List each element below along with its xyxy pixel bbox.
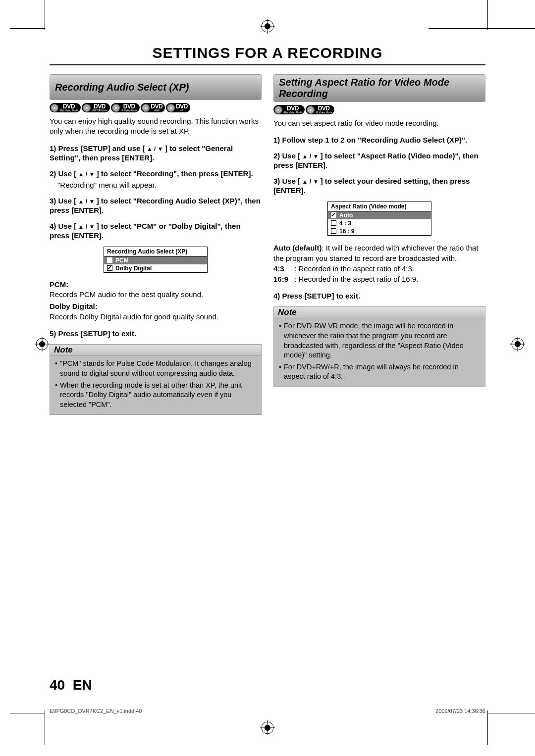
note-item: For DVD-RW VR mode, the image will be re… — [279, 321, 480, 360]
menu-title: Recording Audio Select (XP) — [104, 247, 207, 256]
disc-icon — [274, 106, 282, 114]
menu-option-dolby: Dolby Digital — [104, 264, 207, 272]
step-1: 1) Press [SETUP] and use [ ▲ / ▼ ] to se… — [50, 144, 262, 163]
badge-dvd-rw-vr: DVD-RW VR Mode — [82, 103, 110, 112]
disc-icon — [83, 104, 91, 112]
disc-icon — [307, 106, 315, 114]
registration-mark-icon — [260, 19, 275, 34]
step-2: 2) Use [ ▲ / ▼ ] to select "Recording", … — [50, 169, 262, 179]
step-4: 4) Press [SETUP] to exit. — [273, 291, 485, 301]
disc-icon — [142, 104, 150, 112]
up-down-arrow-icon: ▲ / ▼ — [145, 146, 165, 152]
menu-audio-select: Recording Audio Select (XP) PCM Dolby Di… — [104, 247, 208, 273]
intro-text: You can set aspect ratio for video mode … — [273, 118, 485, 128]
ratio-4-3-definition: 4:3 : Recorded in the aspect ratio of 4:… — [273, 263, 485, 274]
menu-aspect-ratio: Aspect Ratio (Video mode) Auto 4 : 3 16 … — [327, 202, 431, 236]
step-2: 2) Use [ ▲ / ▼ ] to select "Aspect Ratio… — [273, 151, 485, 170]
step-1: 1) Follow step 1 to 2 on "Recording Audi… — [273, 135, 485, 145]
checkbox-icon — [331, 228, 336, 234]
badge-dvd-r-video: DVD-R Video Mode — [306, 105, 334, 114]
pcm-definition: PCM:Records PCM audio for the best quali… — [50, 280, 262, 300]
disc-compat-badges: DVD-RW Video Mode DVD-RW VR Mode DVD-R V… — [50, 103, 262, 112]
menu-option-auto: Auto — [328, 211, 431, 219]
badge-dvd-r-video: DVD-R Video Mode — [111, 103, 140, 112]
up-down-arrow-icon: ▲ / ▼ — [300, 178, 320, 185]
left-column: Recording Audio Select (XP) DVD-RW Video… — [50, 74, 262, 415]
registration-mark-icon — [35, 337, 50, 352]
step-2-result: "Recording" menu will appear. — [57, 180, 262, 190]
step-3: 3) Use [ ▲ / ▼ ] to select "Recording Au… — [50, 196, 262, 215]
dolby-definition: Dolby Digital:Records Dolby Digital audi… — [50, 302, 262, 322]
footer-file: E9PG0CD_DVR7KC2_EN_v1.indd 40 — [50, 708, 142, 714]
checkbox-icon — [331, 220, 336, 226]
disc-compat-badges: DVD-RW Video Mode DVD-R Video Mode — [273, 105, 485, 114]
section-heading-audio: Recording Audio Select (XP) — [50, 74, 262, 100]
menu-title: Aspect Ratio (Video mode) — [328, 202, 431, 211]
badge-dvd-plus-rw: DVD+RW — [141, 103, 165, 112]
menu-option-pcm: PCM — [104, 256, 207, 264]
step-3: 3) Use [ ▲ / ▼ ] to select your desired … — [273, 176, 485, 196]
disc-icon — [112, 104, 120, 112]
ratio-16-9-definition: 16:9 : Recorded in the aspect ratio of 1… — [273, 274, 485, 284]
step-4: 4) Use [ ▲ / ▼ ] to select "PCM" or "Dol… — [50, 221, 262, 241]
page-title: SETTINGS FOR A RECORDING — [50, 35, 485, 65]
menu-option-4-3: 4 : 3 — [328, 219, 431, 227]
up-down-arrow-icon: ▲ / ▼ — [76, 171, 96, 178]
disc-icon — [167, 104, 175, 112]
step-5: 5) Press [SETUP] to exit. — [50, 329, 262, 339]
footer-metadata: E9PG0CD_DVR7KC2_EN_v1.indd 40 2009/07/23… — [50, 708, 485, 714]
intro-text: You can enjoy high quality sound recordi… — [50, 116, 262, 137]
checkbox-checked-icon — [331, 212, 336, 218]
menu-option-16-9: 16 : 9 — [328, 227, 431, 235]
up-down-arrow-icon: ▲ / ▼ — [76, 223, 96, 230]
note-heading: Note — [273, 306, 485, 318]
registration-mark-icon — [510, 337, 525, 352]
section-heading-aspect: Setting Aspect Ratio for Video Mode Reco… — [273, 74, 485, 102]
up-down-arrow-icon: ▲ / ▼ — [76, 198, 96, 205]
registration-mark-icon — [260, 720, 275, 735]
auto-definition: Auto (default): It will be recorded with… — [273, 243, 485, 263]
checkbox-icon — [107, 257, 112, 263]
note-item: For DVD+RW/+R, the image will always be … — [279, 362, 480, 382]
checkbox-checked-icon — [107, 265, 112, 271]
disc-icon — [51, 104, 58, 112]
badge-dvd-plus-r: DVD+R — [166, 103, 190, 112]
note-body: "PCM" stands for Pulse Code Modulation. … — [50, 356, 262, 415]
note-item: "PCM" stands for Pulse Code Modulation. … — [55, 359, 256, 378]
badge-dvd-rw-video: DVD-RW Video Mode — [273, 105, 305, 114]
up-down-arrow-icon: ▲ / ▼ — [300, 153, 320, 160]
note-body: For DVD-RW VR mode, the image will be re… — [273, 318, 485, 387]
right-column: Setting Aspect Ratio for Video Mode Reco… — [273, 74, 485, 415]
page-number: 40 EN — [50, 677, 92, 693]
badge-dvd-rw-video: DVD-RW Video Mode — [50, 103, 81, 112]
footer-date: 2009/07/23 14:38:36 — [435, 708, 485, 714]
note-heading: Note — [50, 344, 262, 356]
note-item: When the recording mode is set at other … — [55, 381, 256, 410]
